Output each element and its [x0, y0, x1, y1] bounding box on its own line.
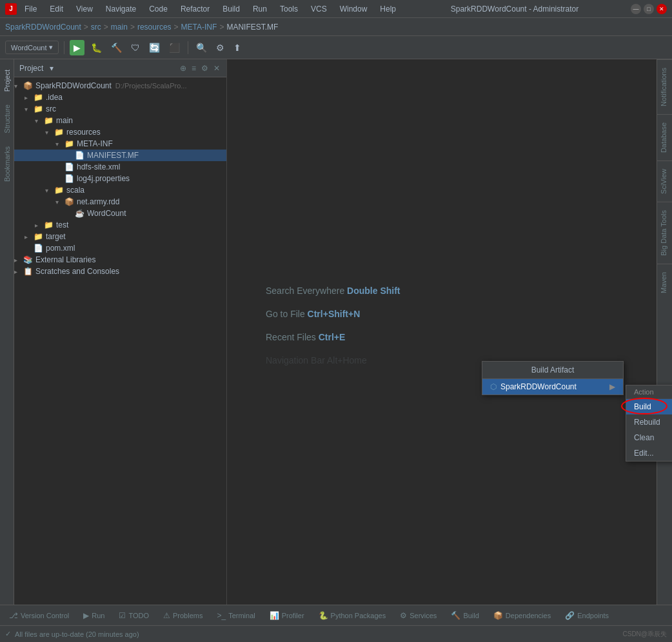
tree-toggle-extlib[interactable]: ▸: [14, 257, 23, 264]
tree-item-scala[interactable]: ▾📁scala: [14, 184, 226, 196]
tree-toggle-scratches[interactable]: ▸: [14, 268, 23, 275]
breadcrumb-sep-4: >: [219, 23, 224, 32]
menu-item-build[interactable]: Build: [220, 3, 242, 15]
menu-item-code[interactable]: Code: [146, 3, 170, 15]
breadcrumb-item-5: MANIFEST.MF: [226, 23, 278, 32]
breadcrumb-item-1[interactable]: src: [91, 23, 101, 32]
tree-label-scala: scala: [66, 186, 84, 195]
tree-icon-scratches: 📋: [23, 267, 33, 276]
hint-nav: Navigation Bar Alt+Home: [266, 355, 367, 365]
right-tab-big-data-tools[interactable]: Big Data Tools: [657, 202, 672, 264]
submenu-clean-item[interactable]: Clean: [626, 430, 672, 445]
tree-item-wordcount[interactable]: ☕WordCount: [14, 208, 226, 219]
tree-item-target[interactable]: ▸📁target: [14, 231, 226, 242]
bottom-tab-problems[interactable]: ⚠Problems: [157, 608, 209, 623]
settings-button[interactable]: ⚙: [213, 40, 227, 55]
tree-item-test[interactable]: ▸📁test: [14, 219, 226, 231]
breadcrumb-item-3[interactable]: resources: [137, 23, 172, 32]
panel-close-icon[interactable]: ✕: [212, 63, 221, 74]
search-everywhere-button[interactable]: 🔍: [193, 40, 210, 55]
tree-item-netrdd[interactable]: ▾📦net.army.rdd: [14, 196, 226, 208]
close-button[interactable]: ✕: [657, 4, 667, 14]
bottom-tab-label-build: Build: [463, 612, 479, 619]
tree-toggle-resources[interactable]: ▾: [45, 129, 54, 136]
spark-rdd-menu-item[interactable]: ⬡ SparkRDDWordCount ▶: [482, 379, 623, 394]
minimize-button[interactable]: —: [631, 4, 641, 14]
menu-item-refactor[interactable]: Refactor: [178, 3, 212, 15]
bottom-tab-services[interactable]: ⚙Services: [393, 608, 443, 623]
tree-item-root[interactable]: ▾📦SparkRDDWordCountD:/Projects/ScalaPro.…: [14, 80, 226, 92]
coverage-button[interactable]: 🛡: [128, 40, 143, 55]
tree-label-src: src: [46, 104, 56, 113]
right-tab-notifications[interactable]: Notifications: [657, 59, 672, 114]
tree-item-resources[interactable]: ▾📁resources: [14, 126, 226, 138]
bottom-tab-python-packages[interactable]: 🐍Python Packages: [312, 608, 393, 623]
build-button[interactable]: 🔨: [108, 40, 124, 55]
tree-item-log4j[interactable]: 📄log4j.properties: [14, 173, 226, 184]
menu-item-help[interactable]: Help: [377, 3, 399, 15]
tree-item-manifest[interactable]: 📄MANIFEST.MF: [14, 150, 226, 161]
tree-icon-log4j: 📄: [64, 174, 74, 183]
run-config-selector[interactable]: WordCount ▾: [5, 41, 59, 54]
bottom-tab-run[interactable]: ▶Run: [77, 608, 111, 623]
maximize-button[interactable]: □: [644, 4, 654, 14]
bottom-tab-dependencies[interactable]: 📦Dependencies: [487, 608, 557, 623]
stop-button[interactable]: ⬛: [166, 40, 183, 55]
tree-toggle-metainf[interactable]: ▾: [55, 141, 64, 148]
bottom-tab-build[interactable]: 🔨Build: [444, 608, 485, 623]
run-button[interactable]: ▶: [70, 40, 84, 55]
tree-item-idea[interactable]: ▸📁.idea: [14, 92, 226, 103]
update-ide-button[interactable]: ⬆: [231, 40, 244, 55]
bottom-tab-version-control[interactable]: ⎇Version Control: [3, 608, 75, 623]
update-button[interactable]: 🔄: [146, 40, 163, 55]
menu-item-vcs[interactable]: VCS: [308, 3, 330, 15]
menu-item-window[interactable]: Window: [337, 3, 370, 15]
menu-item-tools[interactable]: Tools: [277, 3, 301, 15]
breadcrumb-item-2[interactable]: main: [111, 23, 128, 32]
tree-item-scratches[interactable]: ▸📋Scratches and Consoles: [14, 266, 226, 277]
bottom-tab-endpoints[interactable]: 🔗Endpoints: [558, 608, 615, 623]
bottom-tab-terminal[interactable]: >_Terminal: [210, 608, 261, 623]
right-tab-database[interactable]: Database: [657, 114, 672, 160]
tree-item-extlib[interactable]: ▸📚External Libraries: [14, 254, 226, 266]
right-tab-maven[interactable]: Maven: [657, 264, 672, 301]
tree-item-metainf[interactable]: ▾📁META-INF: [14, 138, 226, 150]
breadcrumb-item-4[interactable]: META-INF: [181, 23, 217, 32]
tree-item-hdfs[interactable]: 📄hdfs-site.xml: [14, 161, 226, 173]
main-content: Search Everywhere Double Shift Go to Fil…: [227, 59, 657, 605]
menu-item-navigate[interactable]: Navigate: [103, 3, 139, 15]
tree-toggle-root[interactable]: ▾: [14, 83, 23, 90]
tree-toggle-idea[interactable]: ▸: [25, 94, 34, 101]
bottom-tab-todo[interactable]: ☑TODO: [112, 608, 155, 623]
tree-item-pom[interactable]: 📄pom.xml: [14, 242, 226, 254]
menu-item-view[interactable]: View: [74, 3, 95, 15]
window-controls[interactable]: — □ ✕: [631, 4, 667, 14]
debug-button[interactable]: 🐛: [88, 40, 104, 55]
tree-item-src[interactable]: ▾📁src: [14, 103, 226, 115]
tree-toggle-netrdd[interactable]: ▾: [55, 199, 64, 206]
panel-add-icon[interactable]: ⊕: [179, 63, 188, 74]
tree-toggle-target[interactable]: ▸: [25, 233, 34, 240]
structure-strip-icon[interactable]: Structure: [1, 99, 14, 139]
panel-dropdown-icon[interactable]: ▾: [50, 64, 54, 73]
tree-item-main[interactable]: ▾📁main: [14, 115, 226, 126]
tree-toggle-scala[interactable]: ▾: [45, 187, 54, 194]
breadcrumb-item-0[interactable]: SparkRDDWordCount: [5, 23, 81, 32]
bookmarks-strip-icon[interactable]: Bookmarks: [1, 141, 14, 187]
right-tab-sciview[interactable]: SciView: [657, 160, 672, 202]
menu-item-run[interactable]: Run: [250, 3, 270, 15]
submenu-rebuild-item[interactable]: Rebuild: [626, 414, 672, 430]
tree-toggle-test[interactable]: ▸: [35, 222, 44, 229]
submenu-build-item[interactable]: Build: [626, 399, 672, 414]
panel-collapse-icon[interactable]: ≡: [190, 63, 197, 74]
panel-settings-icon[interactable]: ⚙: [200, 63, 210, 74]
menu-bar[interactable]: FileEditViewNavigateCodeRefactorBuildRun…: [22, 3, 399, 15]
tree-toggle-main[interactable]: ▾: [35, 117, 44, 124]
menu-item-edit[interactable]: Edit: [47, 3, 66, 15]
menu-item-file[interactable]: File: [22, 3, 39, 15]
tree-toggle-src[interactable]: ▾: [25, 106, 34, 113]
arrow-icon: ▶: [609, 382, 615, 391]
project-strip-icon[interactable]: Project: [1, 64, 14, 97]
submenu-edit-item[interactable]: Edit...: [626, 445, 672, 461]
bottom-tab-profiler[interactable]: 📊Profiler: [263, 608, 311, 623]
